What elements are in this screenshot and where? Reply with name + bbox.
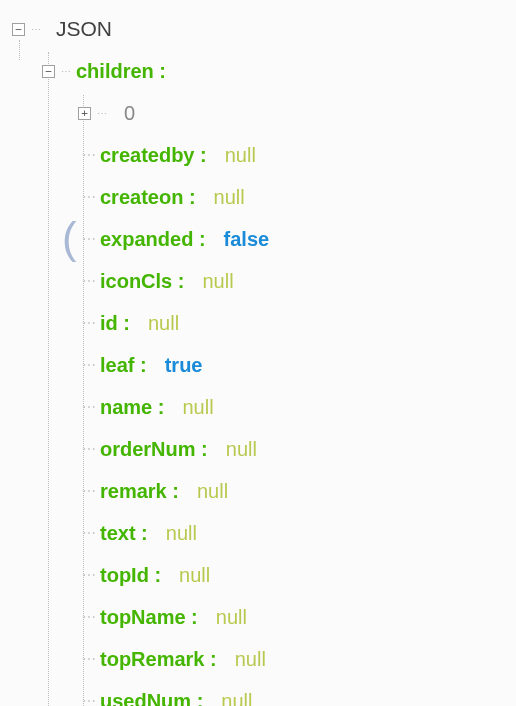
property-key: orderNum : [100,438,208,461]
property-value: null [166,522,197,545]
collapse-icon[interactable]: − [12,23,25,36]
tree-node-property[interactable]: ⋯orderNum :null [12,428,504,470]
tree-connector: ⋯ [78,441,100,457]
property-key: topName : [100,606,198,629]
tree-connector: ⋯ [78,483,100,499]
tree-connector: ⋯ [78,525,100,541]
property-value: null [221,690,252,707]
expand-icon[interactable]: + [78,107,91,120]
highlight-bracket: ( [62,216,77,260]
property-key: topRemark : [100,648,217,671]
tree-connector: ⋯ [78,651,100,667]
property-value: false [224,228,270,251]
tree-node-property[interactable]: ⋯id :null [12,302,504,344]
tree-connector: ⋯ [78,231,100,247]
tree-connector: ⋯ [78,273,100,289]
tree-connector: ⋯ [78,315,100,331]
property-key: createdby : [100,144,207,167]
property-value: null [197,480,228,503]
property-value: null [216,606,247,629]
property-value: null [202,270,233,293]
property-key: text : [100,522,148,545]
array-index: 0 [124,102,135,125]
property-value: null [235,648,266,671]
tree-node-property[interactable]: ⋯remark :null [12,470,504,512]
tree-root-node[interactable]: − ⋯ JSON [12,8,504,50]
tree-node-property[interactable]: ⋯leaf :true [12,344,504,386]
property-key: children : [76,60,166,83]
tree-connector: ⋯ [78,357,100,373]
property-value: null [148,312,179,335]
tree-node-property[interactable]: ⋯usedNum :null [12,680,504,706]
tree-connector: ⋯ [78,567,100,583]
property-value: null [182,396,213,419]
property-value: null [225,144,256,167]
root-label: JSON [56,17,112,41]
property-key: topId : [100,564,161,587]
property-value: null [226,438,257,461]
property-value: true [165,354,203,377]
property-key: leaf : [100,354,147,377]
tree-connector: ⋯ [78,189,100,205]
property-key: remark : [100,480,179,503]
tree-node-property[interactable]: ⋯name :null [12,386,504,428]
property-key: iconCls : [100,270,184,293]
tree-connector: ⋯ [31,24,40,35]
tree-connector: ⋯ [78,693,100,706]
tree-node-children[interactable]: − ⋯ children : [12,50,504,92]
tree-node-property[interactable]: ⋯topId :null [12,554,504,596]
property-key: id : [100,312,130,335]
tree-node-property[interactable]: ⋯createdby :null [12,134,504,176]
tree-connector: ⋯ [78,609,100,625]
tree-connector: ⋯ [97,108,106,119]
tree-connector: ⋯ [78,147,100,163]
property-key: name : [100,396,164,419]
tree-node-property[interactable]: (⋯expanded :false [12,218,504,260]
collapse-icon[interactable]: − [42,65,55,78]
tree-connector: ⋯ [61,66,70,77]
tree-node-property[interactable]: ⋯createon :null [12,176,504,218]
property-key: usedNum : [100,690,203,707]
property-key: createon : [100,186,196,209]
property-value: null [179,564,210,587]
tree-connector: ⋯ [78,399,100,415]
tree-node-property[interactable]: ⋯topName :null [12,596,504,638]
tree-node-child-0[interactable]: + ⋯ 0 [12,92,504,134]
property-value: null [214,186,245,209]
tree-node-property[interactable]: ⋯text :null [12,512,504,554]
tree-node-property[interactable]: ⋯topRemark :null [12,638,504,680]
tree-node-property[interactable]: ⋯iconCls :null [12,260,504,302]
property-key: expanded : [100,228,206,251]
